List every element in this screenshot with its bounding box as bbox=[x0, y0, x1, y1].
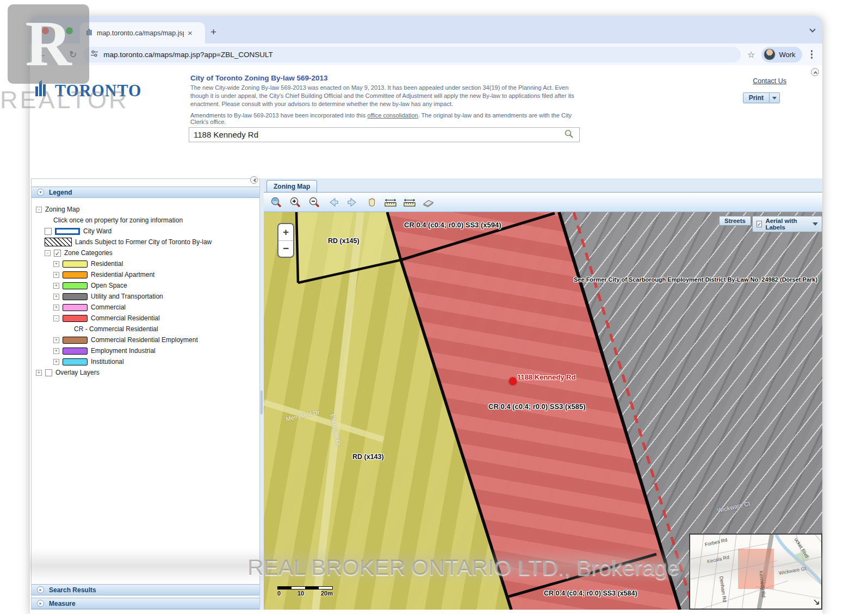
expander-icon[interactable]: + bbox=[53, 294, 59, 300]
amendments-line: Amendments to By-law 569-2013 have been … bbox=[190, 112, 580, 125]
header-collapse-button[interactable] bbox=[811, 68, 819, 76]
expander-icon[interactable]: + bbox=[53, 359, 59, 365]
tree-item-zone[interactable]: + Utility and Transportation bbox=[53, 291, 259, 302]
collapse-arrow-icon[interactable]: ▾ bbox=[37, 189, 44, 196]
zoom-extent-icon[interactable] bbox=[269, 195, 283, 209]
chevron-down-icon bbox=[772, 97, 777, 100]
tree-item-former-bylaw: Lands Subject to Former City of Toronto … bbox=[45, 237, 259, 247]
office-consolidation-link[interactable]: office consolidation bbox=[367, 112, 418, 119]
tab-search-chevron-icon[interactable] bbox=[809, 26, 815, 32]
next-extent-icon[interactable] bbox=[345, 195, 359, 209]
zone-label-cr-x594: CR 0.4 (c0.4; r0.0) SS3 (x594) bbox=[404, 221, 501, 229]
map-zoom-in-button[interactable]: + bbox=[278, 224, 293, 241]
brokerage-watermark: REAL BROKER ONTARIO LTD., Brokerage bbox=[247, 555, 679, 580]
print-dropdown-button[interactable] bbox=[770, 92, 780, 103]
bookmark-star-icon[interactable]: ☆ bbox=[747, 49, 755, 60]
expander-icon[interactable]: + bbox=[53, 283, 59, 289]
splitter-grip[interactable] bbox=[261, 390, 263, 414]
measure-area-icon[interactable] bbox=[402, 195, 417, 209]
chevron-down-icon[interactable] bbox=[813, 222, 818, 226]
zone-label-cr-x585: CR 0.4 (c0.4; r0.0) SS3 (x585) bbox=[488, 402, 585, 411]
tree-item-city-ward[interactable]: City Ward bbox=[45, 226, 259, 237]
print-button[interactable]: Print bbox=[743, 92, 770, 103]
inset-resize-icon[interactable] bbox=[813, 598, 820, 607]
site-settings-icon[interactable] bbox=[90, 49, 98, 60]
profile-chip[interactable]: Work bbox=[761, 47, 802, 63]
chevron-left-icon bbox=[253, 178, 257, 182]
measure-header[interactable]: ▸ Measure bbox=[32, 598, 259, 609]
search-input[interactable] bbox=[189, 130, 559, 139]
url-text[interactable]: map.toronto.ca/maps/map.jsp?app=ZBL_CONS… bbox=[103, 51, 273, 59]
browser-tab[interactable]: map.toronto.ca/maps/map.jsp × bbox=[80, 22, 205, 44]
new-tab-button[interactable]: + bbox=[210, 26, 216, 38]
expand-arrow-icon[interactable]: ▸ bbox=[37, 600, 44, 607]
search-icon[interactable] bbox=[559, 129, 579, 141]
zone-swatch bbox=[63, 337, 88, 344]
expander-icon[interactable]: - bbox=[53, 315, 59, 321]
pan-hand-icon[interactable] bbox=[364, 195, 379, 209]
tab-title: map.toronto.ca/maps/map.jsp bbox=[97, 29, 184, 37]
expand-arrow-icon[interactable]: ▸ bbox=[37, 586, 44, 593]
tab-zoning-map[interactable]: Zoning Map bbox=[266, 180, 317, 192]
expander-icon[interactable]: + bbox=[53, 261, 59, 267]
zone-swatch bbox=[63, 261, 88, 268]
tree-item-zone[interactable]: + Residential Apartment bbox=[53, 269, 259, 280]
aerial-checkbox[interactable]: ✓ bbox=[757, 221, 762, 227]
measure-distance-icon[interactable] bbox=[383, 195, 398, 209]
map-zoom-control[interactable]: + − bbox=[277, 223, 294, 258]
browser-toolbar: ← → ↻ map.toronto.ca/maps/map.jsp?app=ZB… bbox=[30, 44, 822, 65]
contact-us-link[interactable]: Contact Us bbox=[753, 77, 786, 85]
expander-icon[interactable]: + bbox=[53, 337, 59, 343]
zoom-out-icon[interactable] bbox=[307, 195, 321, 209]
page-title: City of Toronto Zoning By-law 569-2013 bbox=[190, 74, 580, 82]
tree-item-overlay-layers[interactable]: + Overlay Layers bbox=[36, 367, 259, 378]
avatar bbox=[764, 48, 776, 60]
tree-item-zone[interactable]: + Institutional bbox=[53, 356, 259, 367]
streets-basemap-button[interactable]: Streets bbox=[719, 216, 751, 226]
legend-tree: - Zoning Map Click once on property for … bbox=[32, 199, 259, 583]
clear-eraser-icon[interactable] bbox=[421, 195, 436, 209]
tree-item-zone[interactable]: - Commercial Residential bbox=[53, 313, 259, 324]
zone-swatch bbox=[63, 293, 88, 300]
zone-label-cr-x584: CR 0.4 (c0.4; r0.0) SS3 (x584) bbox=[544, 590, 637, 597]
pane-collapse-button[interactable] bbox=[250, 176, 258, 184]
tree-item-zone[interactable]: + Commercial bbox=[53, 302, 259, 313]
pane-splitter[interactable] bbox=[260, 178, 264, 610]
expander-icon[interactable]: - bbox=[45, 250, 51, 256]
map-zoom-out-button[interactable]: − bbox=[278, 241, 293, 257]
tree-item-zone[interactable]: + Open Space bbox=[53, 280, 259, 291]
tree-item-zone[interactable]: + Commercial Residential Employment bbox=[53, 334, 259, 345]
expander-icon[interactable]: + bbox=[53, 348, 59, 354]
expander-icon[interactable]: + bbox=[53, 272, 59, 278]
expander-icon[interactable]: - bbox=[36, 207, 42, 213]
expander-icon[interactable]: + bbox=[36, 370, 42, 376]
legend-pane: ▾ Legend - Zoning Map Click once on prop… bbox=[31, 178, 260, 610]
overlay-layers-checkbox[interactable] bbox=[45, 369, 52, 376]
aerial-basemap-control[interactable]: ✓ Aerial with Labels bbox=[752, 216, 822, 232]
previous-extent-icon[interactable] bbox=[326, 195, 340, 209]
expander-icon[interactable]: + bbox=[53, 305, 59, 311]
tree-item-zone[interactable]: + Residential bbox=[53, 258, 259, 269]
tree-hint: Click once on property for zoning inform… bbox=[53, 215, 259, 226]
scarborough-bylaw-note: See Former City of Scarborough Employmen… bbox=[574, 276, 817, 283]
zone-swatch bbox=[63, 304, 88, 311]
browser-window: map.toronto.ca/maps/map.jsp × + ← → ↻ ma… bbox=[30, 16, 822, 614]
tree-item-zoning-map[interactable]: - Zoning Map bbox=[36, 204, 259, 215]
tree-item-cr-sub[interactable]: CR - Commercial Residential bbox=[74, 324, 259, 334]
zone-categories-checkbox[interactable]: ✓ bbox=[54, 250, 61, 257]
browser-menu-button[interactable] bbox=[809, 50, 815, 59]
map-pane: Zoning Map bbox=[264, 178, 822, 610]
zone-swatch bbox=[63, 282, 88, 289]
tree-item-zone-categories[interactable]: - ✓ Zone Categories bbox=[45, 247, 259, 258]
legend-header[interactable]: ▾ Legend bbox=[32, 187, 259, 198]
hatch-swatch bbox=[45, 238, 72, 246]
zone-label-rd-x145: RD (x145) bbox=[328, 237, 359, 245]
tab-close-icon[interactable]: × bbox=[188, 28, 193, 38]
search-results-header[interactable]: ▸ Search Results bbox=[32, 584, 259, 596]
address-bar[interactable]: map.toronto.ca/maps/map.jsp?app=ZBL_CONS… bbox=[83, 47, 741, 63]
tree-item-zone[interactable]: + Employment Industrial bbox=[53, 345, 259, 356]
zone-label-rd-x143: RD (x143) bbox=[352, 453, 384, 461]
bylaw-header: City of Toronto Zoning By-law 569-2013 T… bbox=[190, 74, 580, 125]
city-ward-checkbox[interactable] bbox=[45, 228, 52, 235]
zoom-in-icon[interactable] bbox=[288, 195, 302, 209]
